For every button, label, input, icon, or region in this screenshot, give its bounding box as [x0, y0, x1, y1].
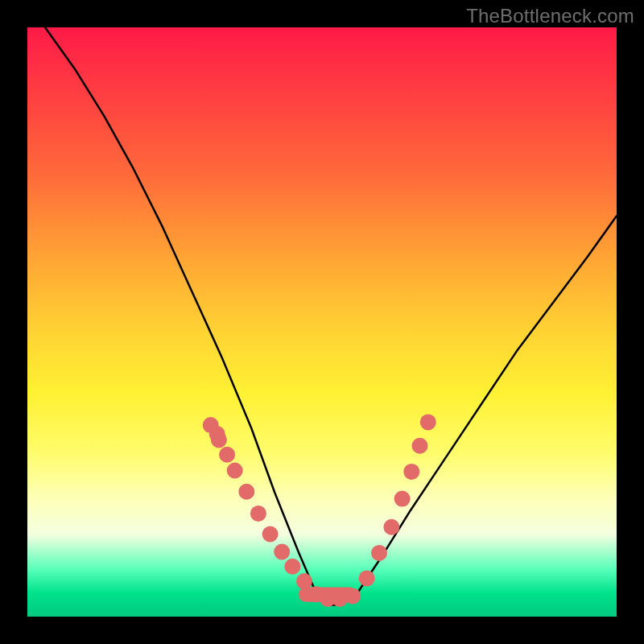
marker-dot — [250, 506, 266, 522]
plot-svg — [27, 27, 617, 617]
marker-dot — [412, 438, 428, 454]
marker-dot — [394, 491, 411, 507]
plot-area — [27, 27, 617, 617]
marker-dot — [420, 414, 436, 430]
marker-dot — [359, 570, 375, 586]
watermark-text: TheBottleneck.com — [466, 5, 634, 27]
marker-dot — [238, 484, 254, 500]
bottleneck-curve — [45, 27, 617, 605]
marker-dot — [227, 463, 243, 479]
marker-dot — [345, 588, 361, 604]
marker-dot — [403, 464, 419, 480]
chart-frame: TheBottleneck.com — [0, 0, 644, 644]
marker-dot — [274, 544, 290, 560]
marker-dot — [284, 559, 300, 575]
marker-dot — [209, 426, 225, 442]
marker-dot — [296, 573, 312, 589]
marker-dot — [219, 447, 235, 463]
marker-dot — [383, 519, 399, 535]
marker-dot — [262, 526, 279, 543]
marker-dot — [371, 545, 387, 561]
